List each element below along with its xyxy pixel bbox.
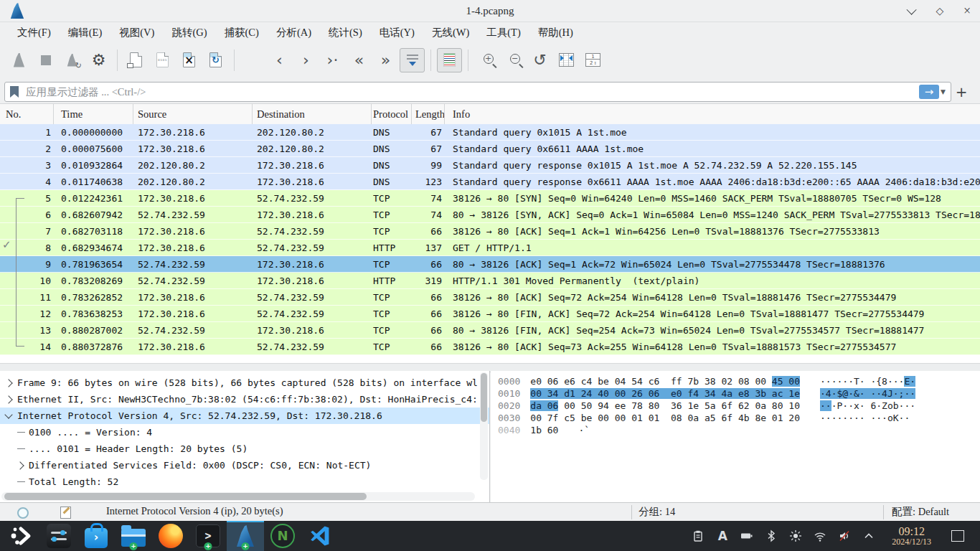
packet-row-1[interactable]: 1 0.000000000 172.30.218.6 202.120.80.2 … xyxy=(0,124,980,141)
taskbar-terminal[interactable]: >+ xyxy=(189,521,227,551)
column-header-destination[interactable]: Destination xyxy=(253,104,372,124)
open-file-button[interactable] xyxy=(123,48,149,72)
menu-item-1[interactable]: 编辑(E) xyxy=(60,23,111,42)
status-profile[interactable]: 配置: Default xyxy=(892,505,949,519)
zoom-out-button[interactable]: − xyxy=(501,48,526,72)
packet-row-4[interactable]: 4 0.011740638 202.120.80.2 172.30.218.6 … xyxy=(0,174,980,190)
battery-icon[interactable] xyxy=(740,529,754,543)
display-filter-input[interactable] xyxy=(24,85,919,99)
taskbar-system-settings[interactable] xyxy=(40,521,77,551)
menu-item-2[interactable]: 视图(V) xyxy=(110,23,163,42)
hex-row[interactable]: 0000e0 06 e6 c4 be 04 54 c6 ff 7b 38 02 … xyxy=(491,375,980,387)
last-packet-button[interactable]: » xyxy=(373,48,398,72)
clipboard-icon[interactable] xyxy=(691,529,705,543)
go-back-button[interactable]: ‹ xyxy=(267,48,292,72)
menu-item-10[interactable]: 帮助(H) xyxy=(529,23,582,42)
chevron-right-icon[interactable] xyxy=(16,461,24,469)
hex-row[interactable]: 00401b 60·` xyxy=(491,424,980,436)
packet-row-13[interactable]: 13 0.880287002 52.74.232.59 172.30.218.6… xyxy=(0,322,980,339)
chevron-down-icon[interactable] xyxy=(4,410,12,418)
brightness-icon[interactable] xyxy=(788,529,803,543)
hex-row[interactable]: 0020da 06 00 50 94 ee 78 80 36 1e 5a 6f … xyxy=(491,400,980,412)
menu-item-5[interactable]: 分析(A) xyxy=(268,23,320,42)
menu-item-9[interactable]: 工具(T) xyxy=(478,23,529,42)
column-header-protocol[interactable]: Protocol xyxy=(372,104,412,124)
taskbar-discover[interactable] xyxy=(77,521,115,551)
packet-row-7[interactable]: 7 0.682703118 172.30.218.6 52.74.232.59 … xyxy=(0,223,980,240)
capture-options-button[interactable]: ⚙ xyxy=(86,48,111,72)
packet-row-6[interactable]: 6 0.682607942 52.74.232.59 172.30.218.6 … xyxy=(0,207,980,223)
colorize-button[interactable] xyxy=(437,48,462,72)
reload-file-button[interactable]: ↻ xyxy=(203,48,228,72)
keyboard-layout-icon[interactable]: A xyxy=(715,529,730,543)
menu-item-8[interactable]: 无线(W) xyxy=(423,23,478,42)
bluetooth-icon[interactable] xyxy=(764,529,778,543)
taskbar-neovim[interactable]: N xyxy=(264,521,301,551)
clock[interactable]: 09:12 2024/12/13 xyxy=(892,525,931,547)
zoom-in-button[interactable]: + xyxy=(474,48,499,72)
go-forward-button[interactable]: › xyxy=(293,48,319,72)
go-to-packet-button[interactable]: ›· xyxy=(320,48,345,72)
menu-item-3[interactable]: 跳转(G) xyxy=(163,23,215,42)
detail-line[interactable]: Differentiated Services Field: 0x00 (DSC… xyxy=(0,457,489,474)
restart-capture-button[interactable] xyxy=(60,48,85,72)
add-filter-button[interactable]: + xyxy=(951,83,971,101)
taskbar-app-launcher[interactable] xyxy=(3,521,40,551)
details-hscroll-handle[interactable] xyxy=(4,493,367,500)
menu-item-7[interactable]: 电话(Y) xyxy=(371,23,423,42)
first-packet-button[interactable]: « xyxy=(347,48,372,72)
column-header-source[interactable]: Source xyxy=(133,104,253,124)
packet-row-9[interactable]: 9 0.781963654 52.74.232.59 172.30.218.6 … xyxy=(0,256,980,273)
menu-item-0[interactable]: 文件(F) xyxy=(9,23,60,42)
bookmark-icon[interactable] xyxy=(10,86,19,98)
close-file-button[interactable]: × xyxy=(176,48,202,72)
detail-line[interactable]: Frame 9: 66 bytes on wire (528 bits), 66… xyxy=(0,375,489,391)
volume-muted-icon[interactable] xyxy=(837,529,852,543)
column-header-no[interactable]: No. xyxy=(0,104,54,124)
capture-comment-icon[interactable] xyxy=(60,507,71,519)
zoom-reset-button[interactable]: ↺ xyxy=(527,48,552,72)
minimize-button[interactable] xyxy=(907,5,918,17)
detail-line[interactable]: Internet Protocol Version 4, Src: 52.74.… xyxy=(0,408,489,424)
taskbar-firefox[interactable] xyxy=(152,521,189,551)
save-file-button[interactable]: 0101 xyxy=(150,48,175,72)
detail-line[interactable]: Ethernet II, Src: NewH3CTechno_7b:38:02 … xyxy=(0,391,489,408)
packet-row-5[interactable]: 5 0.012242361 172.30.218.6 52.74.232.59 … xyxy=(0,190,980,207)
taskbar-vscode[interactable] xyxy=(301,521,339,551)
detail-line[interactable]: 0100 .... = Version: 4 xyxy=(0,424,489,441)
packet-row-12[interactable]: 12 0.783638253 172.30.218.6 52.74.232.59… xyxy=(0,306,980,322)
close-button[interactable]: × xyxy=(961,5,973,17)
packet-row-11[interactable]: 11 0.783262852 172.30.218.6 52.74.232.59… xyxy=(0,289,980,306)
packet-row-14[interactable]: 14 0.880372876 172.30.218.6 52.74.232.59… xyxy=(0,339,980,355)
packet-row-2[interactable]: 2 0.000075600 172.30.218.6 202.120.80.2 … xyxy=(0,141,980,157)
stop-capture-button[interactable] xyxy=(33,48,58,72)
packet-row-3[interactable]: 3 0.010932864 202.120.80.2 172.30.218.6 … xyxy=(0,157,980,174)
chevron-right-icon[interactable] xyxy=(4,379,12,387)
apply-filter-button[interactable]: → xyxy=(919,85,939,99)
start-capture-button[interactable] xyxy=(6,48,32,72)
find-packet-button[interactable] xyxy=(240,48,265,72)
hex-row[interactable]: 001000 34 d1 24 40 00 26 06 e0 f4 34 4a … xyxy=(491,387,980,400)
details-vscroll-handle[interactable] xyxy=(481,373,487,422)
detail-line[interactable]: Total Length: 52 xyxy=(0,474,489,490)
chevron-right-icon[interactable] xyxy=(4,395,12,403)
packet-row-10[interactable]: 10 0.783208269 52.74.232.59 172.30.218.6… xyxy=(0,273,980,289)
expert-info-icon[interactable] xyxy=(17,507,29,519)
layout-button[interactable] xyxy=(580,48,606,72)
taskbar-wireshark[interactable]: + xyxy=(227,521,264,551)
detail-line[interactable]: .... 0101 = Header Length: 20 bytes (5) xyxy=(0,441,489,457)
column-header-info[interactable]: Info xyxy=(445,104,980,124)
menu-item-6[interactable]: 统计(S) xyxy=(320,23,371,42)
column-header-time[interactable]: Time xyxy=(54,104,133,124)
taskbar-file-manager[interactable]: + xyxy=(115,521,152,551)
auto-scroll-button[interactable] xyxy=(400,48,425,72)
show-desktop-button[interactable] xyxy=(951,530,964,542)
expand-tray-icon[interactable] xyxy=(862,529,876,543)
maximize-button[interactable]: ◇ xyxy=(934,5,946,17)
filter-dropdown-caret-icon[interactable]: ▼ xyxy=(941,88,946,95)
hex-row[interactable]: 003000 7f c5 be 00 00 01 01 08 0a a5 6f … xyxy=(491,412,980,424)
column-header-length[interactable]: Length xyxy=(412,104,445,124)
wifi-icon[interactable] xyxy=(813,529,827,543)
menu-item-4[interactable]: 捕获(C) xyxy=(216,23,268,42)
resize-columns-button[interactable] xyxy=(554,48,579,72)
